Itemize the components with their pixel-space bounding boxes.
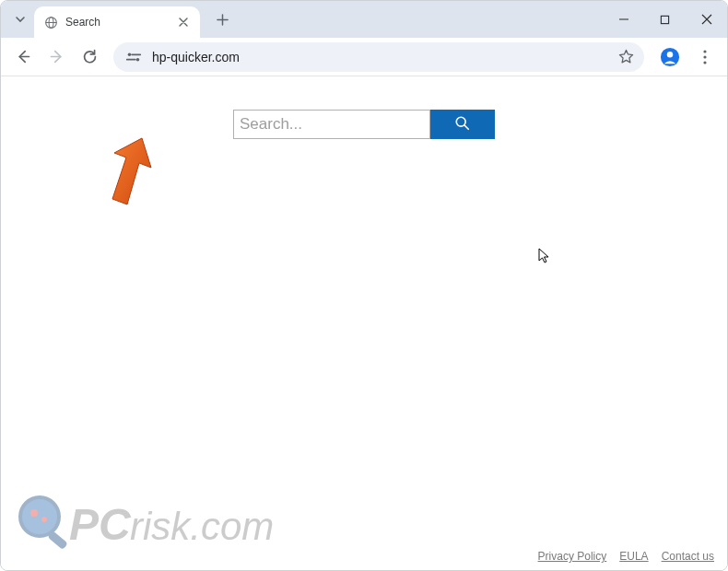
reload-button[interactable] <box>75 42 104 72</box>
svg-text:PC: PC <box>69 500 132 549</box>
tab-title: Search <box>65 16 169 29</box>
window-controls <box>603 1 727 38</box>
kebab-menu-icon[interactable] <box>690 42 720 72</box>
arrow-annotation <box>96 134 160 216</box>
back-button[interactable] <box>8 42 38 72</box>
watermark-logo: PC risk.com <box>12 487 325 565</box>
svg-rect-21 <box>47 530 68 550</box>
site-settings-icon[interactable] <box>123 47 145 67</box>
url-text: hp-quicker.com <box>152 50 609 64</box>
search-button[interactable] <box>430 110 495 139</box>
close-window-button[interactable] <box>686 1 727 38</box>
page-content: PC risk.com Privacy Policy EULA Contact … <box>1 76 727 571</box>
globe-icon <box>43 15 58 29</box>
footer-link-contact[interactable]: Contact us <box>662 550 714 563</box>
svg-point-7 <box>128 52 132 56</box>
svg-rect-4 <box>661 16 668 23</box>
svg-point-15 <box>703 61 706 64</box>
search-input[interactable] <box>233 110 430 139</box>
close-tab-icon[interactable] <box>176 15 191 29</box>
new-tab-button[interactable] <box>209 6 235 32</box>
profile-button[interactable] <box>657 44 683 70</box>
mouse-cursor-icon <box>538 248 551 268</box>
svg-point-19 <box>30 509 38 517</box>
browser-tab[interactable]: Search <box>34 6 200 38</box>
svg-text:risk.com: risk.com <box>130 505 274 548</box>
address-bar[interactable]: hp-quicker.com <box>113 42 644 72</box>
footer-links: Privacy Policy EULA Contact us <box>538 550 714 563</box>
footer-link-eula[interactable]: EULA <box>619 550 648 563</box>
search-form <box>233 110 495 139</box>
svg-point-14 <box>703 55 706 58</box>
svg-point-13 <box>703 50 706 52</box>
search-icon <box>454 115 471 134</box>
minimize-button[interactable] <box>603 1 644 38</box>
svg-point-12 <box>667 52 673 57</box>
browser-titlebar: Search <box>1 1 727 38</box>
bookmark-star-icon[interactable] <box>616 48 635 66</box>
footer-link-privacy[interactable]: Privacy Policy <box>538 550 607 563</box>
tab-search-dropdown[interactable] <box>6 2 34 37</box>
maximize-button[interactable] <box>644 1 686 38</box>
svg-point-20 <box>41 517 47 522</box>
browser-toolbar: hp-quicker.com <box>1 38 727 76</box>
svg-point-9 <box>136 57 140 61</box>
svg-line-17 <box>464 124 469 129</box>
svg-point-18 <box>20 497 59 536</box>
forward-button[interactable] <box>41 42 71 72</box>
